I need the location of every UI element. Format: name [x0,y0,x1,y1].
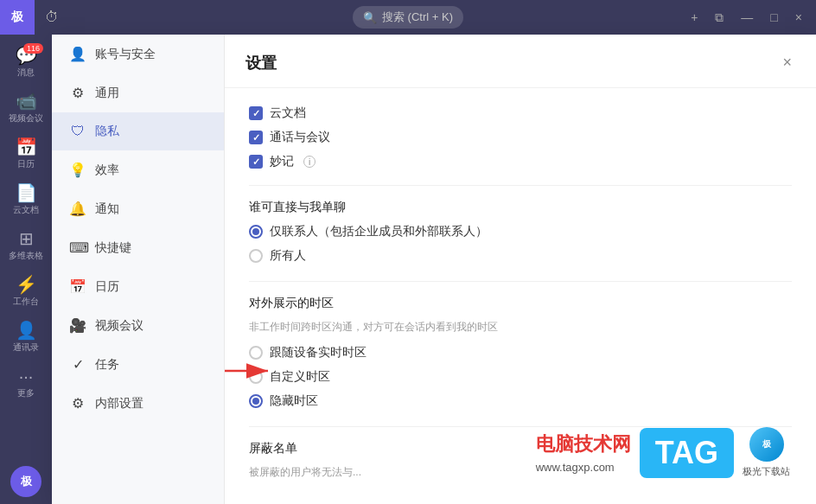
workbench-icon: ⚡ [16,276,37,293]
general-icon: ⚙ [69,85,86,101]
radio-device-timezone-circle[interactable] [249,346,263,360]
radio-everyone-circle[interactable] [249,249,263,263]
divider-2 [249,281,792,282]
nav-item-shortcuts[interactable]: ⌨ 快捷键 [52,228,224,267]
settings-content: 设置 × 云文档 通话与会议 妙记 [225,35,816,504]
nav-calendar-label: 日历 [95,279,119,295]
sheets-label: 多维表格 [9,250,43,262]
sidebar-item-contacts[interactable]: 👤 通讯录 [3,316,48,359]
divider-1 [249,185,792,186]
more-label: 更多 [17,387,35,399]
radio-custom-timezone-label: 自定义时区 [270,369,330,385]
sidebar-item-workbench[interactable]: ⚡ 工作台 [3,271,48,313]
checkbox-notes[interactable]: 妙记 i [249,154,792,169]
notes-info-icon[interactable]: i [303,156,316,168]
sidebar-icons: 116 💬 消息 📹 视频会议 📅 日历 📄 云文档 ⊞ 多维表格 ⚡ 工作台 … [0,35,52,504]
radio-contacts-only-circle[interactable] [249,225,263,239]
checkbox-docs[interactable]: 云文档 [249,105,792,121]
nav-item-internal[interactable]: ⚙ 内部设置 [52,384,224,423]
timezone-section: 对外展示的时区 非工作时间跨时区沟通，对方可在会话内看到我的时区 跟随设备实时时… [249,296,792,409]
sidebar-bottom: 极 [10,459,41,504]
checkbox-meetings-label: 通话与会议 [270,130,330,145]
nav-item-video[interactable]: 🎥 视频会议 [52,306,224,345]
search-placeholder-text: 搜索 (Ctrl + K) [382,10,453,25]
settings-dialog: 👤 账号与安全 ⚙ 通用 🛡 隐私 💡 效率 🔔 通知 ⌨ 快捷键 [52,35,816,504]
checkbox-meetings[interactable]: 通话与会议 [249,130,792,145]
nav-tasks-label: 任务 [95,357,119,373]
checkbox-notes-box[interactable] [249,155,263,169]
who-can-chat-label: 谁可直接与我单聊 [249,200,792,215]
account-icon: 👤 [69,46,86,62]
radio-contacts-only-label: 仅联系人（包括企业成员和外部联系人） [270,224,488,239]
settings-nav: 👤 账号与安全 ⚙ 通用 🛡 隐私 💡 效率 🔔 通知 ⌨ 快捷键 [52,35,225,504]
messages-badge: 116 [23,43,43,54]
checkbox-notes-label: 妙记 [270,154,294,169]
nav-account-label: 账号与安全 [95,47,156,62]
nav-item-efficiency[interactable]: 💡 效率 [52,150,224,189]
checkbox-docs-box[interactable] [249,106,263,120]
divider-3 [249,426,792,427]
radio-device-timezone[interactable]: 跟随设备实时时区 [249,345,792,360]
internal-icon: ⚙ [69,395,86,411]
video-nav-icon: 🎥 [69,317,86,334]
nav-notifications-label: 通知 [95,201,119,217]
privacy-checkboxes: 云文档 通话与会议 妙记 i [249,105,792,169]
maximize-button[interactable]: □ [765,7,782,28]
blocklist-label: 屏蔽名单 [249,441,792,456]
radio-contacts-only[interactable]: 仅联系人（包括企业成员和外部联系人） [249,224,792,239]
radio-device-timezone-label: 跟随设备实时时区 [270,345,367,360]
search-bar[interactable]: 🔍 搜索 (Ctrl + K) [353,6,463,29]
sidebar-item-docs[interactable]: 📄 云文档 [3,179,48,221]
nav-item-general[interactable]: ⚙ 通用 [52,73,224,112]
checkbox-meetings-box[interactable] [249,131,263,144]
nav-privacy-label: 隐私 [95,124,119,139]
workbench-label: 工作台 [13,296,39,308]
docs-label: 云文档 [13,204,39,216]
nav-shortcuts-label: 快捷键 [95,240,131,256]
docs-icon: 📄 [16,184,37,201]
radio-everyone[interactable]: 所有人 [249,248,792,264]
radio-hidden-timezone-circle[interactable] [249,394,263,408]
user-avatar[interactable]: 极 [10,466,41,497]
nav-general-label: 通用 [95,86,119,101]
sidebar-item-sheets[interactable]: ⊞ 多维表格 [3,225,48,267]
nav-efficiency-label: 效率 [95,163,119,178]
video-label: 视频会议 [9,112,43,124]
radio-custom-timezone-circle[interactable] [249,370,263,384]
nav-item-privacy[interactable]: 🛡 隐私 [52,112,224,150]
minimize-button[interactable]: — [736,7,758,28]
messages-label: 消息 [17,67,35,79]
settings-title: 设置 [245,53,277,73]
sidebar-item-messages[interactable]: 116 💬 消息 [3,41,48,84]
nav-video-label: 视频会议 [95,318,143,334]
settings-close-button[interactable]: × [779,50,795,75]
blocklist-sublabel: 被屏蔽的用户将无法与... [249,465,792,480]
sidebar-item-video[interactable]: 📹 视频会议 [3,87,48,130]
sidebar-item-more[interactable]: ··· 更多 [3,362,48,405]
add-tab-button[interactable]: + [685,7,703,28]
timezone-options: 跟随设备实时时区 自定义时区 隐藏时区 [249,345,792,409]
who-can-chat-options: 仅联系人（包括企业成员和外部联系人） 所有人 [249,224,792,264]
calendar-label: 日历 [17,158,35,170]
more-icon: ··· [19,367,34,385]
shortcuts-icon: ⌨ [69,239,86,256]
timezone-label: 对外展示的时区 [249,296,792,311]
nav-item-tasks[interactable]: ✓ 任务 [52,345,224,384]
checkbox-docs-label: 云文档 [270,105,306,121]
radio-hidden-timezone[interactable]: 隐藏时区 [249,393,792,409]
notifications-icon: 🔔 [69,201,86,217]
window-controls: + ⧉ — □ × [685,7,816,29]
tasks-icon: ✓ [69,356,86,373]
radio-custom-timezone[interactable]: 自定义时区 [249,369,792,385]
settings-header: 设置 × [225,35,816,88]
window-mode-button[interactable]: ⧉ [710,7,729,29]
main-layout: 116 💬 消息 📹 视频会议 📅 日历 📄 云文档 ⊞ 多维表格 ⚡ 工作台 … [0,35,816,504]
radio-hidden-timezone-label: 隐藏时区 [270,393,318,409]
history-icon[interactable]: ⏱ [45,10,59,25]
close-window-button[interactable]: × [790,7,807,28]
blocklist-section: 屏蔽名单 被屏蔽的用户将无法与... [249,441,792,480]
nav-item-calendar[interactable]: 📅 日历 [52,267,224,306]
nav-item-notifications[interactable]: 🔔 通知 [52,189,224,228]
sidebar-item-calendar[interactable]: 📅 日历 [3,133,48,175]
nav-item-account[interactable]: 👤 账号与安全 [52,35,224,73]
